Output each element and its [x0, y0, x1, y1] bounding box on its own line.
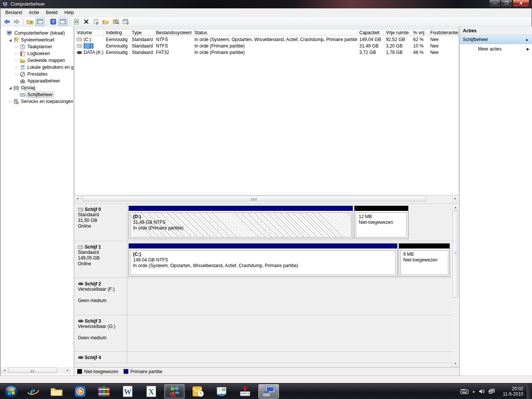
- volume-icon[interactable]: [479, 389, 485, 394]
- volume-scroll-track[interactable]: ▮▮▮: [81, 195, 452, 202]
- tree-item-apparaatbeheer[interactable]: Apparaatbeheer: [0, 78, 74, 84]
- export-list-button[interactable]: [121, 17, 130, 26]
- column-header-volume[interactable]: Volume: [74, 29, 104, 36]
- column-header-vrij[interactable]: % vrij: [411, 29, 428, 36]
- taskbar-icon-live-mail[interactable]: [211, 384, 232, 399]
- show-console-tree-button[interactable]: [35, 17, 44, 26]
- close-button[interactable]: ✕: [513, 0, 529, 7]
- disk-label[interactable]: Schijf 1Standaard149,05 GBOnline: [74, 241, 127, 278]
- disk-label[interactable]: Schijf 2Verwisselbaar (F:) Geen medium: [74, 278, 127, 315]
- disk-label[interactable]: Schijf 4: [74, 352, 127, 363]
- taskbar-icon-internet-explorer[interactable]: e: [23, 384, 43, 399]
- scroll-right-icon[interactable]: ►: [452, 195, 459, 202]
- tree-item-services-en-toepassingen[interactable]: ▷Services en toepassingen: [0, 98, 74, 105]
- taskbar-icon-drive-install[interactable]: [235, 384, 255, 399]
- find-button[interactable]: [111, 17, 120, 26]
- unallocated-region[interactable]: 9 MBNiet-toegewezen: [399, 243, 450, 277]
- find-icon: [112, 19, 119, 25]
- scroll-left-icon[interactable]: ◄: [74, 195, 81, 202]
- taskbar-icon-media-player[interactable]: [70, 384, 90, 399]
- tree-item-computerbeheer-lokaal[interactable]: Computerbeheer (lokaal): [0, 30, 74, 36]
- expander-icon[interactable]: ◢: [8, 38, 13, 42]
- collapse-arrow-icon[interactable]: ▲: [525, 38, 529, 41]
- tree-item-prestaties[interactable]: ▷Prestaties: [0, 71, 74, 78]
- disk-label[interactable]: Schijf 0Standaard31,50 GBOnline: [74, 204, 127, 241]
- tree-item-systeemwerkset[interactable]: ◢Systeemwerkset: [0, 36, 74, 43]
- tree-item-lokale-gebruikers-en-gr[interactable]: ▷Lokale gebruikers en gr: [0, 64, 74, 71]
- taskbar-icon-computer-management[interactable]: [258, 384, 279, 399]
- expander-icon[interactable]: ◢: [8, 86, 13, 90]
- volume-row-data-k[interactable]: DATA (K:)EenvoudigStandaardFAT32In orde …: [74, 49, 458, 55]
- titlebar[interactable]: Computerbeheer — ❐ ✕: [0, 0, 532, 8]
- tree-horizontal-scrollbar[interactable]: ◄ ▮▮ ►: [1, 367, 71, 374]
- back-arrow-button[interactable]: [2, 17, 11, 26]
- submenu-arrow-icon: ▶: [527, 47, 529, 51]
- actions-group-schijfbeheer[interactable]: Schijfbeheer ▲: [460, 35, 532, 44]
- disk-view-vertical-scrollbar[interactable]: ▲ ☰ ▼: [452, 203, 459, 367]
- expander-icon[interactable]: ▷: [14, 72, 19, 76]
- taskbar-icon-windows-explorer[interactable]: [46, 384, 67, 399]
- menu-help[interactable]: Help: [61, 9, 77, 16]
- more-actions-item[interactable]: Meer acties ▶: [460, 44, 532, 54]
- taskbar-icon-excel[interactable]: X: [141, 384, 161, 399]
- expander-icon[interactable]: ▷: [14, 45, 19, 49]
- tree-item-logboeken[interactable]: ▷Logboeken: [0, 50, 74, 57]
- minimize-button[interactable]: —: [489, 0, 500, 7]
- tree-item-opslag[interactable]: ◢Opslag: [0, 84, 74, 91]
- expander-icon[interactable]: ▷: [14, 59, 19, 62]
- show-desktop-button[interactable]: [527, 383, 531, 399]
- menu-beeld[interactable]: Beeld: [43, 9, 61, 16]
- taskbar-icon-word[interactable]: W: [117, 384, 138, 399]
- tree-item-schijfbeheer[interactable]: Schijfbeheer: [0, 91, 74, 98]
- tree-item-gedeelde-mappen[interactable]: ▷Gedeelde mappen: [0, 57, 74, 64]
- taskbar-icon-winrar[interactable]: [93, 384, 114, 399]
- volume-row-c[interactable]: (C:)EenvoudigStandaardNTFSIn orde (Syste…: [74, 36, 458, 43]
- forward-arrow-button[interactable]: [12, 17, 21, 26]
- disk-info-line: [78, 329, 127, 335]
- volume-row-d[interactable]: (D:)EenvoudigStandaardNTFSIn orde (Prima…: [74, 43, 458, 49]
- scroll-down-icon[interactable]: ▼: [452, 360, 459, 367]
- disk-label[interactable]: Schijf 3Verwisselbaar (G:) Geen medium: [74, 315, 127, 352]
- tree-item-taakplanner[interactable]: ▷Taakplanner: [0, 43, 74, 50]
- column-header-type[interactable]: Type: [130, 29, 154, 36]
- taskbar-icon-messenger[interactable]: [164, 384, 185, 399]
- menu-bestand[interactable]: Bestand: [2, 9, 25, 16]
- keyboard-icon[interactable]: [460, 389, 469, 394]
- column-header-capaciteit[interactable]: Capaciteit: [357, 29, 384, 36]
- expander-icon[interactable]: ▷: [8, 100, 13, 103]
- volume-scroll-thumb[interactable]: ▮▮▮: [82, 196, 426, 201]
- show-hidden-icons-arrow-icon[interactable]: ▲: [472, 390, 475, 393]
- disk-scroll-thumb[interactable]: ☰: [453, 211, 458, 298]
- tree-scroll-track[interactable]: ▮▮: [8, 367, 65, 374]
- column-header-vrije-ruimte[interactable]: Vrije ruimte: [383, 29, 411, 36]
- start-button[interactable]: [2, 384, 20, 399]
- delete-button[interactable]: [82, 17, 91, 26]
- refresh-button[interactable]: [72, 17, 81, 26]
- scroll-left-icon[interactable]: ◄: [1, 367, 8, 374]
- partition-region[interactable]: (D:)31,49 GB NTFSIn orde (Primaire parti…: [128, 206, 353, 239]
- up-level-button[interactable]: [25, 17, 35, 26]
- expander-icon[interactable]: ▷: [14, 65, 19, 69]
- column-header-bestandssysteem[interactable]: Bestandssysteem: [154, 29, 192, 36]
- restore-button[interactable]: ❐: [501, 0, 512, 7]
- tree-scroll-thumb[interactable]: ▮▮: [8, 367, 57, 373]
- network-icon[interactable]: [488, 389, 495, 394]
- unallocated-region[interactable]: 12 MBNiet-toegewezen: [354, 206, 408, 239]
- expander-icon[interactable]: ▷: [14, 52, 19, 55]
- cell-volume: (C:): [74, 37, 104, 42]
- properties-button[interactable]: [92, 17, 101, 26]
- partition-region[interactable]: (C:)149,04 GB NTFSIn orde (Systeem, Opst…: [128, 243, 397, 277]
- open-folder-button[interactable]: [101, 17, 111, 26]
- show-action-pane-button[interactable]: [59, 17, 68, 26]
- volume-list-horizontal-scrollbar[interactable]: ◄ ▮▮▮ ►: [74, 195, 459, 202]
- disk-info-line: Standaard: [78, 250, 127, 255]
- help-button[interactable]: ?: [49, 17, 58, 26]
- column-header-status[interactable]: Status: [192, 29, 357, 36]
- column-header-fouttolerantie[interactable]: Fouttolerantie: [428, 29, 458, 36]
- scroll-up-icon[interactable]: ▲: [452, 204, 459, 211]
- scroll-right-icon[interactable]: ►: [65, 367, 71, 374]
- menu-actie[interactable]: Actie: [25, 9, 43, 16]
- tray-clock[interactable]: 20:02 11-5-2010: [498, 386, 523, 397]
- column-header-indeling[interactable]: Indeling: [104, 29, 130, 36]
- taskbar-icon-outlook[interactable]: [188, 384, 208, 399]
